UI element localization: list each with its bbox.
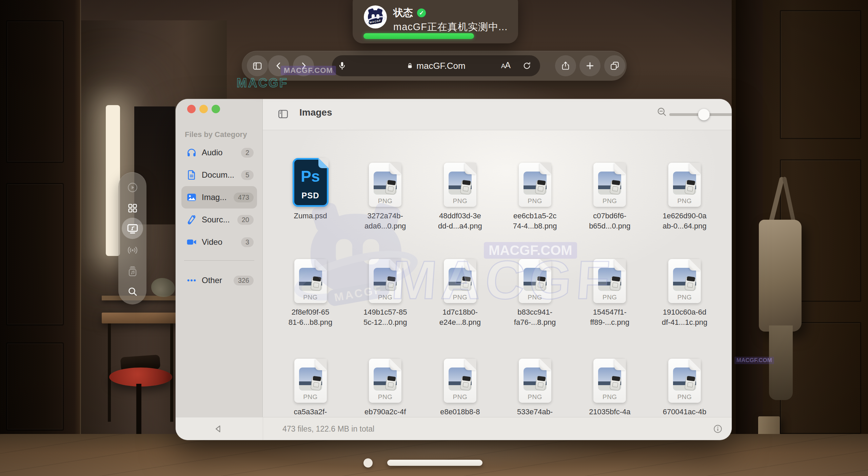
address-bar[interactable]: macGF.Com AA xyxy=(332,55,540,76)
browser-sidebar-button[interactable] xyxy=(247,55,268,76)
file-item[interactable]: PNG149b1c57-855c-12...0.png xyxy=(348,253,423,328)
lock-icon xyxy=(407,62,413,70)
browser-share-button[interactable] xyxy=(555,55,576,76)
png-file-icon: PNG xyxy=(444,259,476,303)
sidebar-item-docum[interactable]: Docum...5 xyxy=(181,164,257,186)
file-item[interactable]: PNG21035bfc-4a0b-9...0.png xyxy=(572,353,647,417)
tabs-button[interactable] xyxy=(604,55,625,76)
icon-size-slider[interactable] xyxy=(669,113,732,116)
progress-bar xyxy=(363,33,507,39)
file-name: 3272a74b-ada6...0.png xyxy=(348,211,423,231)
slider-thumb[interactable] xyxy=(698,109,710,120)
file-name: 154547f1-ff89-...c.png xyxy=(572,307,647,328)
minimize-window-button[interactable] xyxy=(199,105,208,113)
file-name: 48ddf03d-3edd-d...a4.png xyxy=(422,211,497,231)
window-drag-bar[interactable] xyxy=(387,460,482,466)
url-text: macGF.Com xyxy=(416,61,465,71)
file-name: ca5a3a2f-d1b4...0.png xyxy=(273,407,348,417)
png-file-icon: PNG xyxy=(294,259,327,303)
grid-icon xyxy=(127,203,138,214)
png-file-icon: PNG xyxy=(444,359,476,403)
file-item[interactable]: PsPSDZuma.psd xyxy=(273,157,348,221)
file-name: 1d7c18b0-e24e...8.png xyxy=(422,307,497,328)
window-close-button[interactable] xyxy=(363,458,373,468)
png-file-icon: PNG xyxy=(593,163,626,207)
info-button[interactable] xyxy=(713,424,723,435)
sidebar-item-sourc[interactable]: Sourc...20 xyxy=(181,209,257,231)
close-window-button[interactable] xyxy=(187,105,196,113)
file-name: 670041ac-4b6e-51...0.png xyxy=(647,407,722,417)
notification-banner[interactable]: MACGF 状态 ✓ macGF正在真机实测中... xyxy=(353,0,518,43)
file-item[interactable]: PNGc07bd6f6-b65d...0.png xyxy=(572,157,647,231)
back-triangle-icon xyxy=(213,423,223,434)
png-file-icon: PNG xyxy=(593,359,626,403)
screen-mirroring-button[interactable] xyxy=(118,222,146,235)
window-sidebar-toggle-icon[interactable] xyxy=(277,108,289,120)
verified-badge-icon: ✓ xyxy=(417,8,426,17)
forward-button[interactable] xyxy=(293,55,314,76)
status-bar: 473 files, 122.6 MB in total xyxy=(176,417,732,440)
file-name: b83cc941-fa76-...8.png xyxy=(497,307,572,328)
file-browser-window: Files by Category Audio2Docum...5Imag...… xyxy=(176,99,732,440)
sidebar-item-label: Imag... xyxy=(202,193,226,202)
file-item[interactable]: PNGee6cb1a5-2c74-4...b8.png xyxy=(497,157,572,231)
file-name: ee6cb1a5-2c74-4...b8.png xyxy=(497,211,572,231)
play-button[interactable] xyxy=(118,182,146,193)
safari-toolbar: macGF.Com AA xyxy=(242,51,627,81)
count-badge: 2 xyxy=(241,148,254,158)
zoom-out-icon[interactable] xyxy=(656,106,668,118)
back-button[interactable] xyxy=(268,55,289,76)
file-item[interactable]: PNG1e626d90-0aab-0...64.png xyxy=(647,157,722,231)
file-item[interactable]: PNG533e74ab-a374...0.png xyxy=(497,353,572,417)
macgf-logo-icon: MACGF xyxy=(364,5,387,28)
file-item[interactable]: PNG1d7c18b0-e24e...8.png xyxy=(422,253,497,328)
file-item[interactable]: PNG2f8ef09f-6581-6...b8.png xyxy=(273,253,348,328)
sidebar-item-video[interactable]: Video3 xyxy=(181,231,257,253)
document-icon xyxy=(186,170,197,180)
sidebar-item-audio[interactable]: Audio2 xyxy=(181,141,257,164)
source-icon xyxy=(186,214,197,225)
notification-title: 状态 xyxy=(393,6,413,20)
file-name: 533e74ab-a374...0.png xyxy=(497,407,572,417)
video-icon xyxy=(186,237,197,247)
sidebar-category-list: Audio2Docum...5Imag...473Sourc...20Video… xyxy=(181,141,257,292)
png-file-icon: PNG xyxy=(668,359,701,403)
broadcast-button[interactable] xyxy=(118,244,146,256)
file-name: c07bd6f6-b65d...0.png xyxy=(572,211,647,231)
info-icon xyxy=(713,424,723,434)
file-item[interactable]: PNG154547f1-ff89-...c.png xyxy=(572,253,647,328)
traffic-lights xyxy=(187,105,220,113)
chevron-left-icon xyxy=(274,61,283,70)
sidebar-toggle-icon xyxy=(252,61,262,71)
music-library-button[interactable] xyxy=(118,266,146,277)
zoom-window-button[interactable] xyxy=(212,105,220,113)
file-item[interactable]: PNG3272a74b-ada6...0.png xyxy=(348,157,423,231)
ellipsis-icon xyxy=(186,275,197,286)
sidebar-item-other[interactable]: Other326 xyxy=(181,269,257,292)
file-item[interactable]: PNGca5a3a2f-d1b4...0.png xyxy=(273,353,348,417)
file-item[interactable]: PNGeb790a2c-4f1c-f0...4.png xyxy=(348,353,423,417)
screen: MACGF.COM MACGF MACGF.COM MACGF 状态 ✓ mac… xyxy=(0,0,868,476)
chevron-right-icon xyxy=(299,61,308,70)
file-name: 1910c60a-6ddf-41...1c.png xyxy=(647,307,722,328)
file-name: 21035bfc-4a0b-9...0.png xyxy=(572,407,647,417)
search-button[interactable] xyxy=(118,286,146,297)
file-name: Zuma.psd xyxy=(273,211,348,221)
navigate-back-button[interactable] xyxy=(211,421,226,436)
text-size-button[interactable]: AA xyxy=(501,60,510,70)
apps-grid-button[interactable] xyxy=(118,203,146,214)
status-summary: 473 files, 122.6 MB in total xyxy=(282,417,374,440)
new-tab-button[interactable] xyxy=(579,55,600,76)
screen-music-icon xyxy=(126,222,139,235)
sidebar-section-title: Files by Category xyxy=(185,130,247,139)
png-file-icon: PNG xyxy=(519,163,551,207)
sidebar-item-label: Sourc... xyxy=(202,215,230,224)
file-item[interactable]: PNG670041ac-4b6e-51...0.png xyxy=(647,353,722,417)
sidebar-item-imag[interactable]: Imag...473 xyxy=(181,186,257,209)
file-item[interactable]: PNG1910c60a-6ddf-41...1c.png xyxy=(647,253,722,328)
reload-icon xyxy=(522,61,531,71)
sidebar-item-label: Other xyxy=(202,276,222,285)
file-item[interactable]: PNG48ddf03d-3edd-d...a4.png xyxy=(422,157,497,231)
file-item[interactable]: PNGe8e018b8-805a-f...fc.png xyxy=(422,353,497,417)
file-item[interactable]: PNGb83cc941-fa76-...8.png xyxy=(497,253,572,328)
